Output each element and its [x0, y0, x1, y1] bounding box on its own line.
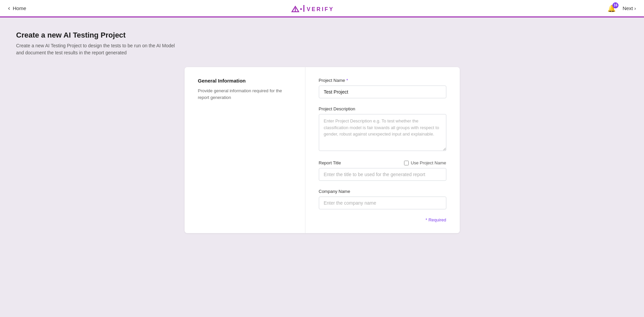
- svg-point-2: [300, 8, 302, 10]
- use-project-name-text: Use Project Name: [411, 160, 446, 165]
- page-title: Create a new AI Testing Project: [16, 31, 628, 40]
- home-link[interactable]: ‹ Home: [8, 5, 26, 12]
- report-title-group: Report Title Use Project Name: [319, 160, 446, 181]
- chevron-right-icon: ›: [634, 5, 636, 11]
- company-name-group: Company Name: [319, 189, 446, 209]
- bell-wrapper[interactable]: 🔔 16: [607, 4, 616, 12]
- report-title-input[interactable]: [319, 168, 446, 181]
- project-description-label-row: Project Description: [319, 106, 446, 111]
- project-name-group: Project Name *: [319, 78, 446, 98]
- svg-point-4: [303, 5, 304, 6]
- report-title-label-row: Report Title Use Project Name: [319, 160, 446, 165]
- section-description: Provide general information required for…: [198, 88, 292, 101]
- company-name-label: Company Name: [319, 189, 350, 194]
- company-name-input[interactable]: [319, 197, 446, 209]
- use-project-name-label[interactable]: Use Project Name: [404, 160, 446, 165]
- form-left-panel: General Information Provide general info…: [185, 67, 305, 233]
- next-label: Next: [623, 5, 633, 11]
- page-content: Create a new AI Testing Project Create a…: [0, 17, 644, 247]
- logo-svg: VERIFY: [289, 3, 356, 14]
- notification-badge: 16: [612, 2, 618, 8]
- page-description: Create a new AI Testing Project to desig…: [16, 42, 184, 56]
- navbar-right: 🔔 16 Next ›: [607, 4, 636, 12]
- required-note: * Required: [319, 217, 446, 222]
- logo: VERIFY: [289, 3, 356, 14]
- use-project-name-checkbox[interactable]: [404, 161, 409, 165]
- form-card: General Information Provide general info…: [185, 67, 460, 233]
- home-label: Home: [13, 5, 26, 11]
- project-name-label: Project Name *: [319, 78, 348, 83]
- project-name-input[interactable]: [319, 86, 446, 98]
- section-title: General Information: [198, 78, 292, 84]
- project-description-group: Project Description: [319, 106, 446, 152]
- report-title-label: Report Title: [319, 160, 341, 165]
- chevron-left-icon: ‹: [8, 5, 10, 12]
- project-name-label-row: Project Name *: [319, 78, 446, 83]
- navbar: ‹ Home VERIFY 🔔 16 Next ›: [0, 0, 644, 17]
- company-name-label-row: Company Name: [319, 189, 446, 194]
- next-button[interactable]: Next ›: [623, 5, 636, 11]
- form-right-panel: Project Name * Project Description Repor…: [305, 67, 460, 233]
- project-description-label: Project Description: [319, 106, 355, 111]
- svg-text:VERIFY: VERIFY: [307, 6, 334, 12]
- svg-rect-3: [303, 6, 304, 12]
- required-asterisk: *: [346, 78, 348, 83]
- project-description-textarea[interactable]: [319, 114, 446, 151]
